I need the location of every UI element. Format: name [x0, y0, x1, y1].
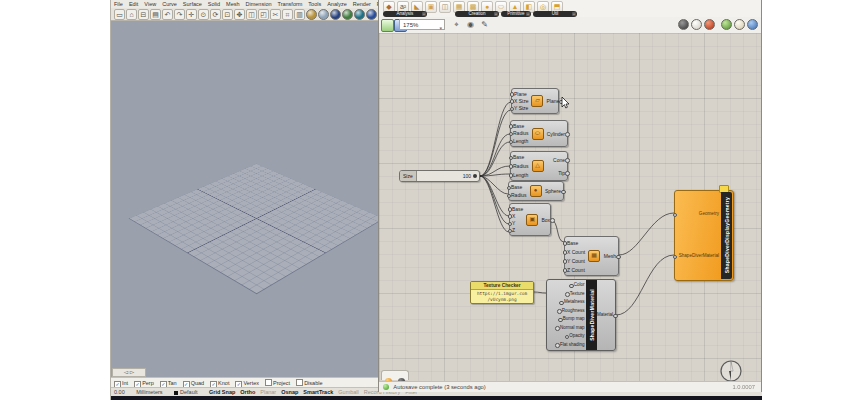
input-port-radius[interactable]: Radius	[513, 163, 529, 169]
input-port-y[interactable]: Y	[512, 220, 523, 226]
open-file-icon[interactable]: ⌂	[126, 9, 137, 20]
osnap-disable[interactable]: Disable	[296, 378, 322, 387]
menu-analyze[interactable]: Analyze	[324, 0, 350, 8]
output-port-mesh[interactable]: Mesh	[604, 253, 616, 259]
copy-icon[interactable]: ◫	[246, 9, 257, 20]
component-cylinder[interactable]: BaseRadiusLength⬭Cylinder	[510, 120, 568, 147]
osnap-vertex[interactable]: ✓Vertex	[235, 378, 259, 387]
output-port-box[interactable]: Box	[541, 217, 550, 223]
checkbox-project[interactable]	[265, 379, 272, 386]
display-green-sphere-icon[interactable]	[721, 19, 732, 30]
viewport-tab-strip[interactable]: ◅ ▻	[112, 368, 146, 377]
input-port-base[interactable]: Base	[511, 184, 527, 190]
grid-icon[interactable]: ⌗	[282, 9, 293, 20]
component-cone[interactable]: BaseRadiusLength△ConeTip	[510, 151, 568, 181]
osnap-knot[interactable]: ✓Knot	[210, 378, 229, 387]
output-port-plane[interactable]: Plane	[546, 98, 559, 104]
input-port-base[interactable]: Base	[512, 206, 523, 212]
status-pane-grid-snap[interactable]: Grid Snap	[209, 388, 235, 396]
redo-icon[interactable]: ↷	[174, 9, 185, 20]
status-pane-gumball[interactable]: Gumball	[338, 388, 358, 396]
input-port-shapedivermaterial[interactable]: ShapeDiverMaterial	[677, 253, 719, 259]
status-pane-ortho[interactable]: Ortho	[240, 388, 255, 396]
move-icon[interactable]: ✥	[234, 9, 245, 20]
rotate-view-icon[interactable]: ⟳	[210, 9, 221, 20]
zoom-extents-icon[interactable]: ⌖	[451, 19, 462, 30]
input-port-y-size[interactable]: Y Size	[514, 105, 528, 111]
status-pane-planar[interactable]: Planar	[260, 388, 276, 396]
input-port-bump-map[interactable]: Bump map	[563, 316, 585, 322]
menu-view[interactable]: View	[141, 0, 159, 8]
menu-file[interactable]: File	[111, 0, 126, 8]
menu-curve[interactable]: Curve	[159, 0, 180, 8]
number-slider[interactable]: Size 100	[399, 170, 480, 182]
material-sphere-icon[interactable]	[330, 9, 341, 20]
input-port-x-size[interactable]: X Size	[514, 98, 528, 104]
input-port-z[interactable]: Z	[512, 227, 523, 233]
input-port-texture[interactable]: Texture	[570, 291, 585, 297]
menu-edit[interactable]: Edit	[126, 0, 141, 8]
canvas-tab-strip[interactable]	[381, 370, 409, 380]
input-port-base[interactable]: Base	[513, 154, 529, 160]
expand-icon[interactable]: +	[526, 12, 530, 16]
display-blue-sphere-icon[interactable]	[747, 19, 758, 30]
undo-icon[interactable]: ↶	[162, 9, 173, 20]
display-name-bar[interactable]: ShapeDiverDisplayGeometry	[721, 192, 732, 279]
input-port-normal-map[interactable]: Normal map	[560, 325, 585, 331]
print-icon[interactable]: ▤	[150, 9, 161, 20]
status-pane-smarttrack[interactable]: SmartTrack	[303, 388, 333, 396]
input-port-radius[interactable]: Radius	[513, 130, 529, 136]
light-sphere-icon[interactable]	[366, 9, 377, 20]
output-port-material[interactable]: Material	[597, 312, 613, 318]
input-port-flat-shading[interactable]: Flat shading	[560, 342, 585, 348]
render-sphere-icon[interactable]	[318, 9, 329, 20]
output-port-cylinder[interactable]: Cylinder	[547, 131, 565, 137]
menu-render[interactable]: Render	[350, 0, 374, 8]
menu-dimension[interactable]: Dimension	[243, 0, 275, 8]
component-sphere[interactable]: BaseRadius●Sphere	[508, 181, 564, 201]
layer-chip[interactable]: Default	[174, 388, 197, 396]
input-port-base[interactable]: Base	[567, 240, 585, 246]
panel-texture-checker[interactable]: Texture Checker https://i.imgur.com /vUc…	[470, 281, 534, 304]
status-pane-osnap[interactable]: Osnap	[281, 388, 298, 396]
menu-surface[interactable]: Surface	[180, 0, 205, 8]
input-port-x[interactable]: X	[512, 213, 523, 219]
menu-transform[interactable]: Transform	[275, 0, 306, 8]
texture-sphere-icon[interactable]	[354, 9, 365, 20]
input-port-geometry[interactable]: Geometry	[677, 211, 719, 217]
menu-mesh[interactable]: Mesh	[223, 0, 242, 8]
preview-wireframe-icon[interactable]	[691, 19, 702, 30]
paint-canvas-icon[interactable]: ✎	[479, 19, 490, 30]
gh-canvas[interactable]: Size 100 PlaneX SizeY Size▱Plane BaseRad…	[379, 33, 761, 381]
env-sphere-icon[interactable]	[342, 9, 353, 20]
display-ivory-sphere-icon[interactable]	[734, 19, 745, 30]
output-port-cone[interactable]: Cone	[553, 157, 565, 163]
input-port-plane[interactable]: Plane	[514, 91, 528, 97]
preview-shaded-icon[interactable]	[704, 19, 715, 30]
save-icon[interactable]: ⊟	[138, 9, 149, 20]
input-port-x-count[interactable]: X Count	[567, 249, 585, 255]
osnap-project[interactable]: Project	[265, 378, 290, 387]
shade-sphere-icon[interactable]	[306, 9, 317, 20]
zoom-level-select[interactable]: 175% ▾	[399, 19, 445, 30]
scale-icon[interactable]: ◰	[258, 9, 269, 20]
new-file-icon[interactable]: ▭	[114, 9, 125, 20]
input-port-z-count[interactable]: Z Count	[567, 267, 585, 273]
component-box[interactable]: BaseXYZ▣Box	[509, 203, 551, 236]
input-port-radius[interactable]: Radius	[511, 192, 527, 198]
osnap-tan[interactable]: ✓Tan	[160, 378, 177, 387]
layers-icon[interactable]: ▥	[294, 9, 305, 20]
brep-join-icon[interactable]: ▣	[425, 1, 437, 13]
zoom-icon[interactable]: ⊙	[198, 9, 209, 20]
input-port-y-count[interactable]: Y Count	[567, 258, 585, 264]
rhino-viewport[interactable]	[111, 21, 379, 377]
input-port-color[interactable]: Color	[574, 282, 585, 288]
expand-icon[interactable]: +	[422, 12, 426, 16]
units-readout[interactable]: Millimeters	[136, 388, 162, 396]
preview-off-icon[interactable]	[678, 19, 689, 30]
cap-holes-icon[interactable]: ◫	[439, 1, 451, 13]
select-icon[interactable]: ⊡	[222, 9, 233, 20]
output-port-sphere[interactable]: Sphere	[545, 188, 561, 194]
input-port-length[interactable]: Length	[513, 172, 529, 178]
checkbox-disable[interactable]	[296, 379, 303, 386]
